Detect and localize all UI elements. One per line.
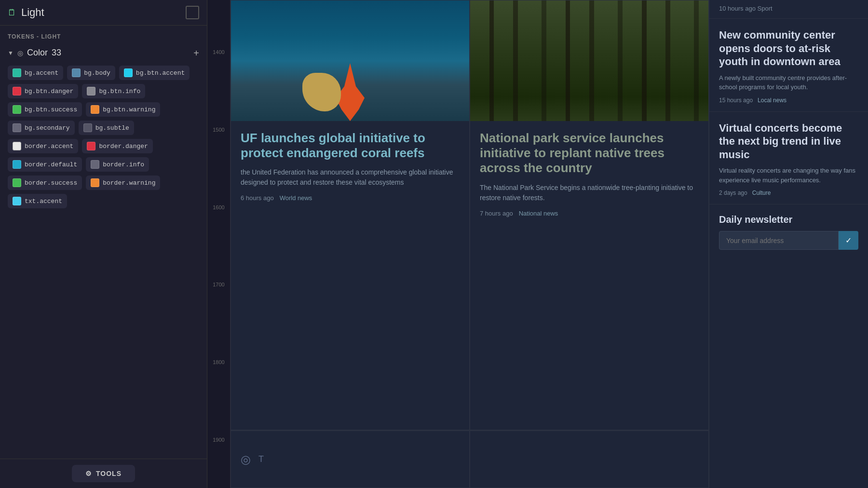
- token-chip-border-warning[interactable]: border.warning: [86, 176, 160, 190]
- newsletter-section: Daily newsletter ✓: [709, 204, 868, 259]
- news-grid: UF launches global initiative to protect…: [231, 0, 709, 430]
- token-swatch-border-success: [13, 178, 21, 187]
- token-swatch-border-accent: [13, 142, 21, 150]
- right-article-title-community: New community center opens doors to at-r…: [719, 28, 858, 68]
- token-grid: bg.accent bg.body bg.btn.accent bg.btn.d…: [8, 66, 199, 208]
- token-chip-border-danger[interactable]: border.danger: [82, 139, 152, 153]
- right-panel: 10 hours ago Sport New community center …: [709, 0, 868, 488]
- ruler-strip: 1400 1500 1600 1700 1800 1900: [207, 0, 231, 488]
- header-left: 🗒 Light: [8, 6, 44, 19]
- token-chip-bg-body[interactable]: bg.body: [67, 66, 115, 80]
- panel-toggle-button[interactable]: [186, 6, 199, 19]
- tokens-label: TOKENS - LIGHT: [8, 33, 199, 40]
- token-label-bg-btn-warning: bg.btn.warning: [103, 106, 155, 113]
- right-article-meta-concerts: 2 days ago Culture: [719, 190, 858, 196]
- news-card-title-forest: National park service launches initiativ…: [480, 131, 699, 176]
- token-label-txt-accent: txt.accent: [25, 198, 62, 205]
- tools-button[interactable]: ⚙ TOOLS: [72, 465, 135, 482]
- token-chip-bg-btn-accent[interactable]: bg.btn.accent: [119, 66, 190, 80]
- news-card-image-coral: [231, 0, 469, 121]
- top-meta-text: 10 hours ago Sport: [719, 5, 773, 12]
- token-label-bg-secondary: bg.secondary: [25, 124, 70, 132]
- token-swatch-border-default: [13, 160, 21, 169]
- bottom-row: ◎ T: [231, 430, 709, 488]
- news-card-category-coral: World news: [280, 194, 312, 202]
- news-card-desc-coral: the United Federation has announced a co…: [241, 167, 460, 188]
- tools-bar: ⚙ TOOLS: [0, 459, 207, 488]
- token-swatch-border-danger: [87, 142, 95, 150]
- ruler-mark-1600: 1600: [213, 204, 224, 210]
- token-label-border-warning: border.warning: [103, 179, 155, 187]
- newsletter-title: Daily newsletter: [719, 214, 858, 225]
- token-swatch-txt-accent: [13, 197, 21, 205]
- ruler-mark-1700: 1700: [213, 282, 224, 287]
- tokens-section: TOKENS - LIGHT ▼ ◎ Color 33 + bg.accent …: [0, 26, 207, 459]
- token-label-bg-btn-success: bg.btn.success: [25, 106, 77, 113]
- color-type-icon: ◎: [17, 49, 23, 57]
- newsletter-submit-icon: ✓: [845, 236, 852, 244]
- token-chip-bg-btn-warning[interactable]: bg.btn.warning: [86, 102, 160, 117]
- news-card-coral: UF launches global initiative to protect…: [231, 0, 470, 430]
- token-swatch-bg-accent: [13, 68, 21, 77]
- token-chip-bg-subtle[interactable]: bg.subtle: [79, 121, 134, 135]
- ruler-mark-1800: 1800: [213, 359, 224, 365]
- main-content: UF launches global initiative to protect…: [231, 0, 709, 488]
- token-label-bg-body: bg.body: [84, 69, 110, 77]
- token-chip-bg-btn-danger[interactable]: bg.btn.danger: [8, 84, 78, 98]
- token-chip-bg-accent[interactable]: bg.accent: [8, 66, 63, 80]
- token-swatch-bg-btn-danger: [13, 87, 21, 95]
- color-header: ▼ ◎ Color 33 +: [8, 48, 199, 58]
- token-swatch-bg-body: [72, 68, 81, 77]
- right-article-time-concerts: 2 days ago: [719, 190, 747, 196]
- right-article-desc-community: A newly built community centre provides …: [719, 73, 858, 92]
- news-card-meta-forest: 7 hours ago National news: [480, 210, 699, 217]
- right-article-category-community: Local news: [758, 97, 787, 104]
- token-chip-border-info[interactable]: border.info: [86, 157, 149, 172]
- right-article-community: New community center opens doors to at-r…: [709, 19, 868, 112]
- right-article-meta-community: 15 hours ago Local news: [719, 97, 858, 104]
- right-top-meta: 10 hours ago Sport: [709, 0, 868, 19]
- newsletter-submit-button[interactable]: ✓: [839, 231, 858, 250]
- newsletter-form: ✓: [719, 231, 858, 250]
- tools-icon: ⚙: [85, 470, 92, 477]
- token-swatch-border-info: [91, 160, 99, 169]
- right-article-category-concerts: Culture: [752, 190, 771, 196]
- token-chip-border-success[interactable]: border.success: [8, 176, 82, 190]
- color-header-left: ▼ ◎ Color 33: [8, 48, 61, 58]
- token-swatch-bg-btn-accent: [124, 68, 133, 77]
- token-label-bg-btn-accent: bg.btn.accent: [136, 69, 185, 77]
- token-chip-bg-btn-success[interactable]: bg.btn.success: [8, 102, 82, 117]
- token-label-bg-accent: bg.accent: [25, 69, 58, 77]
- news-card-desc-forest: The National Park Service begins a natio…: [480, 183, 699, 203]
- right-article-desc-concerts: Virtual reality concerts are changing th…: [719, 166, 858, 185]
- ruler-marks: 1400 1500 1600 1700 1800 1900: [207, 4, 230, 488]
- bottom-icon-left: ◎: [241, 453, 251, 466]
- token-chip-border-default[interactable]: border.default: [8, 157, 82, 172]
- token-label-bg-subtle: bg.subtle: [95, 124, 129, 132]
- token-swatch-bg-btn-success: [13, 105, 21, 114]
- right-article-time-community: 15 hours ago: [719, 97, 753, 104]
- token-chip-bg-btn-info[interactable]: bg.btn.info: [82, 84, 145, 98]
- token-chip-bg-secondary[interactable]: bg.secondary: [8, 121, 75, 135]
- bottom-text-icon-left: T: [258, 454, 264, 464]
- newsletter-email-input[interactable]: [719, 231, 839, 250]
- color-section-label: Color: [27, 48, 48, 58]
- left-header: 🗒 Light: [0, 0, 207, 26]
- token-label-border-info: border.info: [103, 161, 144, 168]
- token-chip-txt-accent[interactable]: txt.accent: [8, 194, 67, 208]
- token-chip-border-accent[interactable]: border.accent: [8, 139, 78, 153]
- ruler-mark-1500: 1500: [213, 127, 224, 133]
- token-label-border-danger: border.danger: [99, 143, 148, 150]
- add-color-button[interactable]: +: [193, 48, 199, 58]
- news-card-meta-coral: 6 hours ago World news: [241, 194, 460, 202]
- news-card-time-forest: 7 hours ago: [480, 210, 513, 217]
- news-card-image-forest: [470, 0, 708, 121]
- right-article-title-concerts: Virtual concerts become the next big tre…: [719, 122, 858, 162]
- tools-label: TOOLS: [96, 470, 122, 477]
- token-label-border-accent: border.accent: [25, 143, 73, 150]
- chevron-down-icon[interactable]: ▼: [8, 50, 14, 56]
- news-card-category-forest: National news: [519, 210, 558, 217]
- token-swatch-bg-secondary: [13, 123, 21, 132]
- ruler-mark-1900: 1900: [213, 437, 224, 443]
- news-card-body-coral: UF launches global initiative to protect…: [231, 121, 469, 430]
